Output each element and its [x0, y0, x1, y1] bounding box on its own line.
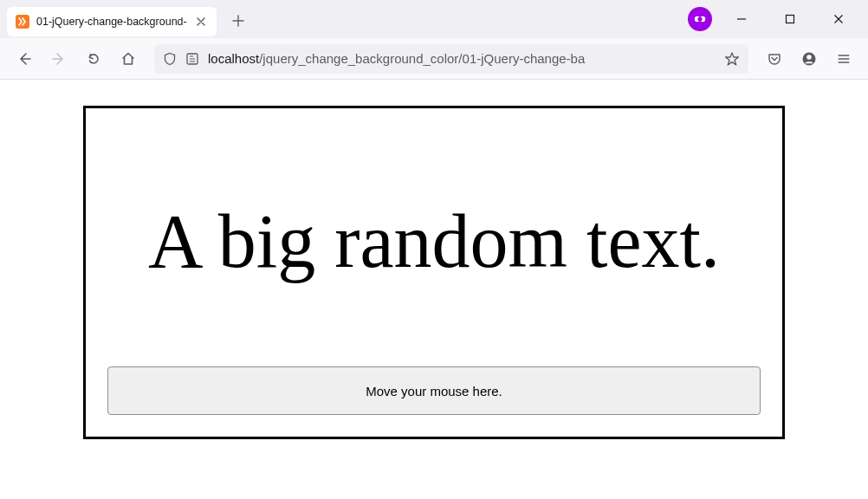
browser-tab[interactable]: 01-jQuery-change-background- — [7, 7, 217, 36]
new-tab-button[interactable] — [225, 8, 251, 34]
minimize-button[interactable] — [726, 6, 757, 32]
shield-icon[interactable] — [163, 52, 177, 66]
page-content: A big random text. Move your mouse here. — [0, 80, 868, 439]
page-heading: A big random text. — [107, 117, 761, 366]
browser-toolbar: localhost/jquery_change_background_color… — [0, 38, 868, 80]
maximize-button[interactable] — [774, 6, 806, 32]
window-controls — [726, 6, 854, 32]
back-button[interactable] — [9, 43, 40, 75]
tab-title: 01-jQuery-change-background- — [36, 16, 187, 28]
svg-rect-4 — [787, 16, 794, 23]
forward-button — [43, 43, 74, 75]
profile-avatar-icon[interactable] — [688, 7, 712, 31]
close-window-button[interactable] — [823, 6, 854, 32]
hover-button[interactable]: Move your mouse here. — [107, 366, 761, 415]
bookmark-star-icon[interactable] — [724, 51, 740, 67]
xampp-favicon-icon — [16, 15, 29, 29]
svg-point-7 — [806, 55, 812, 60]
tab-close-button[interactable] — [194, 15, 208, 29]
bordered-box: A big random text. Move your mouse here. — [83, 106, 785, 439]
home-button[interactable] — [113, 43, 144, 75]
svg-point-3 — [697, 16, 702, 21]
url-text: localhost/jquery_change_background_color… — [208, 51, 716, 66]
account-icon[interactable] — [794, 43, 825, 75]
reload-button[interactable] — [78, 43, 109, 75]
browser-titlebar: 01-jQuery-change-background- — [0, 0, 868, 38]
url-bar[interactable]: localhost/jquery_change_background_color… — [154, 44, 748, 74]
app-menu-button[interactable] — [828, 43, 859, 75]
pocket-icon[interactable] — [759, 43, 790, 75]
page-info-icon[interactable] — [185, 52, 199, 66]
svg-rect-0 — [16, 15, 29, 29]
